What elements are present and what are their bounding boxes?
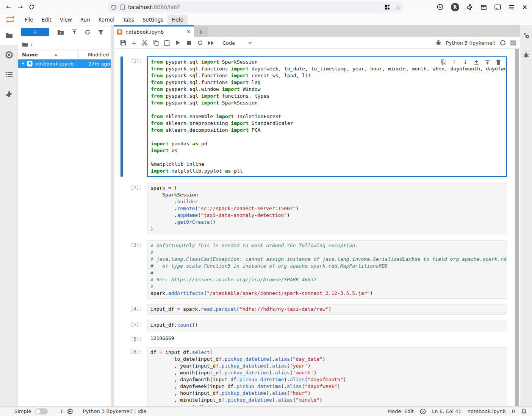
code-line: from pyspark.sql.functions import concat…: [151, 72, 506, 79]
code-line: df = input_df.select(: [150, 349, 507, 356]
running-sessions-icon[interactable]: [0, 45, 18, 65]
copy-icon[interactable]: [150, 38, 161, 48]
scrollbar-thumb[interactable]: [515, 49, 519, 406]
file-browser-tab-folder-icon[interactable]: [0, 25, 18, 45]
mode-indicator[interactable]: Mode: Edit: [388, 408, 414, 414]
forward-icon[interactable]: →: [14, 2, 26, 12]
menu-file[interactable]: File: [20, 15, 38, 25]
column-modified[interactable]: Modified: [79, 52, 109, 58]
library-icon[interactable]: [480, 4, 487, 10]
sidebar-icon[interactable]: [494, 4, 501, 10]
property-inspector-gears-icon[interactable]: [523, 32, 530, 39]
tab-close-icon[interactable]: ×: [186, 28, 191, 35]
new-tab-button[interactable]: +: [194, 26, 208, 37]
right-activity-bar: [520, 25, 532, 406]
kernel-count[interactable]: 1: [60, 408, 63, 414]
cell-editor[interactable]: input_df = spark.read.parquet("hdfs://hd…: [147, 304, 507, 315]
kernel-name[interactable]: Python 3 (ipykernel): [446, 40, 496, 46]
breadcrumb-folder-icon[interactable]: [22, 42, 28, 47]
close-icon[interactable]: ✕: [522, 3, 527, 11]
bell-icon[interactable]: [521, 408, 527, 414]
debugger-bug-icon[interactable]: [435, 40, 441, 46]
menu-run[interactable]: Run: [76, 15, 94, 25]
table-of-contents-icon[interactable]: [0, 65, 18, 84]
move-down-icon[interactable]: ↓: [461, 59, 469, 65]
code-cell[interactable]: [2]:spark = ( SparkSession .builder .rem…: [114, 183, 515, 234]
breadcrumb-root[interactable]: /: [31, 42, 32, 47]
menu-icon[interactable]: [509, 5, 515, 10]
refresh-icon[interactable]: [81, 28, 94, 37]
add-cell-icon[interactable]: +: [128, 38, 139, 48]
toolbar-menu-icon[interactable]: [510, 41, 516, 45]
browser-toolbar: ← → localhost:8080/lab? ☆ R: [0, 0, 532, 14]
code-cell[interactable]: [5]:input_df.count(): [114, 320, 515, 330]
filter-icon[interactable]: [94, 28, 108, 37]
reload-icon[interactable]: [26, 2, 37, 12]
column-name[interactable]: Name▲: [18, 50, 79, 59]
menu-kernel[interactable]: Kernel: [94, 15, 119, 25]
new-folder-icon[interactable]: [54, 28, 67, 37]
extensions-puzzle-icon[interactable]: [0, 84, 18, 104]
bookmark-star-icon[interactable]: ☆: [395, 4, 401, 11]
notebook-scrollbar[interactable]: [515, 49, 519, 406]
shield-icon[interactable]: [111, 5, 116, 10]
statusbar-filename[interactable]: notebook.ipynb: [468, 408, 506, 414]
stop-icon[interactable]: [183, 38, 194, 48]
cursor-position[interactable]: Ln 6, Col 41: [432, 408, 461, 414]
code-line: #: [150, 283, 507, 290]
simple-toggle[interactable]: [35, 408, 48, 414]
cell-editor[interactable]: df = input_df.select( to_date(input_df.p…: [147, 347, 507, 406]
cell-editor[interactable]: spark = ( SparkSession .builder .remote(…: [147, 183, 507, 234]
debugger-sidebar-bug-icon[interactable]: [523, 52, 529, 58]
back-icon[interactable]: ←: [3, 2, 14, 12]
cut-icon[interactable]: [139, 38, 150, 48]
code-line: %matplotlib inline: [151, 161, 506, 168]
code-cell[interactable]: [4]:input_df = spark.read.parquet("hdfs:…: [114, 304, 515, 315]
kernel-status-text[interactable]: Python 3 (ipykernel) | Idle: [83, 408, 147, 414]
page-icon[interactable]: [120, 5, 125, 10]
trust-check-icon[interactable]: [420, 408, 426, 414]
menu-tabs[interactable]: Tabs: [119, 15, 138, 25]
new-launcher-button[interactable]: +: [21, 28, 49, 36]
file-browser-panel: + / Name▲ Modified • notebook.ipyn: [18, 25, 111, 406]
code-cell[interactable]: [6]:df = input_df.select( to_date(input_…: [114, 347, 515, 406]
url-bar[interactable]: localhost:8080/lab? ☆: [108, 2, 403, 12]
delete-icon[interactable]: [494, 59, 502, 65]
code-cell[interactable]: [1]:from pyspark.sql import SparkSession…: [114, 56, 515, 177]
restart-icon[interactable]: [194, 38, 205, 48]
output-area[interactable]: [5]:12106669: [114, 334, 515, 342]
file-row-notebook[interactable]: • notebook.ipynb 27m ago: [18, 59, 111, 68]
menu-view[interactable]: View: [56, 15, 76, 25]
account-icon[interactable]: R: [451, 3, 459, 11]
insert-above-icon[interactable]: [472, 59, 480, 65]
duplicate-icon[interactable]: [439, 59, 448, 65]
grid-icon[interactable]: [385, 5, 390, 10]
panel-splitter[interactable]: [111, 25, 114, 406]
breadcrumb[interactable]: /: [18, 39, 111, 50]
cell-editor[interactable]: input_df.count(): [147, 320, 507, 330]
kernel-idle-circle-icon[interactable]: [500, 40, 505, 45]
execution-count: [4]:: [123, 304, 147, 315]
extensions-icon[interactable]: [467, 4, 473, 10]
paste-icon[interactable]: [161, 38, 172, 48]
menu-settings[interactable]: Settings: [138, 15, 167, 25]
code-line: , year(input_df.pickup_datetime).alias('…: [150, 363, 507, 369]
notification-count[interactable]: 0: [512, 408, 515, 414]
cell-editor[interactable]: # Unfortunately this is needed to work a…: [147, 240, 507, 299]
cell-editor[interactable]: from pyspark.sql import SparkSessionfrom…: [147, 56, 507, 177]
run-icon[interactable]: [172, 38, 183, 48]
kernel-chip-icon[interactable]: [67, 408, 73, 414]
code-cell[interactable]: [3]:# Unfortunately this is needed to wo…: [114, 240, 515, 299]
chevron-down-icon: [248, 42, 252, 44]
tab-notebook[interactable]: notebook.ipynb ×: [114, 25, 194, 37]
url-text[interactable]: localhost:8080/lab?: [128, 4, 180, 10]
menu-help[interactable]: Help: [167, 15, 188, 25]
run-all-icon[interactable]: [205, 38, 216, 48]
menu-edit[interactable]: Edit: [38, 15, 56, 25]
cell-type-dropdown[interactable]: Code: [221, 39, 253, 47]
pocket-icon[interactable]: [437, 4, 443, 10]
insert-below-icon[interactable]: [483, 59, 491, 65]
move-up-icon[interactable]: ↑: [450, 59, 458, 65]
upload-icon[interactable]: [67, 28, 81, 37]
save-icon[interactable]: [117, 38, 128, 48]
